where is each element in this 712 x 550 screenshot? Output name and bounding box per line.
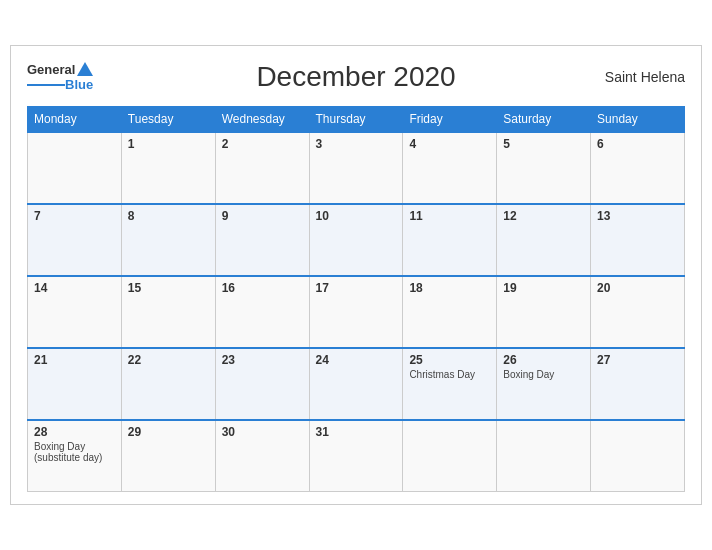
day-number: 11 (409, 209, 490, 223)
calendar-cell: 18 (403, 276, 497, 348)
day-number: 31 (316, 425, 397, 439)
calendar-cell: 10 (309, 204, 403, 276)
header-thursday: Thursday (309, 106, 403, 132)
logo-general-text: General (27, 63, 75, 77)
day-number: 19 (503, 281, 584, 295)
day-number: 7 (34, 209, 115, 223)
day-number: 9 (222, 209, 303, 223)
day-number: 16 (222, 281, 303, 295)
holiday-name: Boxing Day (substitute day) (34, 441, 115, 463)
day-number: 10 (316, 209, 397, 223)
calendar-cell: 8 (121, 204, 215, 276)
calendar-cell: 21 (28, 348, 122, 420)
calendar-title: December 2020 (256, 61, 455, 93)
day-number: 21 (34, 353, 115, 367)
calendar-cell: 11 (403, 204, 497, 276)
calendar-cell: 27 (591, 348, 685, 420)
calendar-cell (403, 420, 497, 492)
calendar-cell: 23 (215, 348, 309, 420)
calendar-cell (591, 420, 685, 492)
calendar-cell: 14 (28, 276, 122, 348)
header-friday: Friday (403, 106, 497, 132)
calendar-cell: 16 (215, 276, 309, 348)
day-number: 12 (503, 209, 584, 223)
calendar-cell: 25Christmas Day (403, 348, 497, 420)
logo: General Blue (27, 62, 93, 92)
calendar-week-row: 78910111213 (28, 204, 685, 276)
day-number: 23 (222, 353, 303, 367)
calendar-cell: 20 (591, 276, 685, 348)
calendar-cell: 1 (121, 132, 215, 204)
day-number: 2 (222, 137, 303, 151)
holiday-name: Boxing Day (503, 369, 584, 380)
day-number: 30 (222, 425, 303, 439)
calendar-cell: 13 (591, 204, 685, 276)
calendar-cell: 22 (121, 348, 215, 420)
day-number: 8 (128, 209, 209, 223)
calendar-week-row: 123456 (28, 132, 685, 204)
day-number: 29 (128, 425, 209, 439)
calendar-week-row: 28Boxing Day (substitute day)293031 (28, 420, 685, 492)
calendar-cell (497, 420, 591, 492)
calendar-cell (28, 132, 122, 204)
day-number: 5 (503, 137, 584, 151)
header-wednesday: Wednesday (215, 106, 309, 132)
weekday-header-row: Monday Tuesday Wednesday Thursday Friday… (28, 106, 685, 132)
day-number: 3 (316, 137, 397, 151)
day-number: 6 (597, 137, 678, 151)
calendar-week-row: 14151617181920 (28, 276, 685, 348)
day-number: 20 (597, 281, 678, 295)
header-monday: Monday (28, 106, 122, 132)
calendar-cell: 17 (309, 276, 403, 348)
day-number: 24 (316, 353, 397, 367)
calendar-cell: 12 (497, 204, 591, 276)
calendar-week-row: 2122232425Christmas Day26Boxing Day27 (28, 348, 685, 420)
calendar-cell: 2 (215, 132, 309, 204)
day-number: 14 (34, 281, 115, 295)
calendar-cell: 28Boxing Day (substitute day) (28, 420, 122, 492)
calendar-cell: 30 (215, 420, 309, 492)
calendar-cell: 7 (28, 204, 122, 276)
calendar-header: General Blue December 2020 Saint Helena (27, 62, 685, 92)
calendar-cell: 5 (497, 132, 591, 204)
region-label: Saint Helena (605, 69, 685, 85)
day-number: 4 (409, 137, 490, 151)
logo-line (27, 84, 65, 86)
calendar-cell: 4 (403, 132, 497, 204)
calendar-cell: 26Boxing Day (497, 348, 591, 420)
calendar-wrapper: General Blue December 2020 Saint Helena … (10, 45, 702, 506)
day-number: 15 (128, 281, 209, 295)
calendar-cell: 6 (591, 132, 685, 204)
calendar-cell: 19 (497, 276, 591, 348)
day-number: 27 (597, 353, 678, 367)
day-number: 26 (503, 353, 584, 367)
calendar-cell: 31 (309, 420, 403, 492)
day-number: 13 (597, 209, 678, 223)
day-number: 1 (128, 137, 209, 151)
day-number: 25 (409, 353, 490, 367)
calendar-cell: 3 (309, 132, 403, 204)
header-saturday: Saturday (497, 106, 591, 132)
header-sunday: Sunday (591, 106, 685, 132)
calendar-cell: 29 (121, 420, 215, 492)
calendar-grid: Monday Tuesday Wednesday Thursday Friday… (27, 106, 685, 493)
day-number: 28 (34, 425, 115, 439)
day-number: 17 (316, 281, 397, 295)
day-number: 22 (128, 353, 209, 367)
calendar-cell: 24 (309, 348, 403, 420)
holiday-name: Christmas Day (409, 369, 490, 380)
day-number: 18 (409, 281, 490, 295)
logo-triangle-icon (77, 62, 93, 76)
header-tuesday: Tuesday (121, 106, 215, 132)
logo-blue-text: Blue (65, 78, 93, 92)
calendar-cell: 15 (121, 276, 215, 348)
calendar-cell: 9 (215, 204, 309, 276)
